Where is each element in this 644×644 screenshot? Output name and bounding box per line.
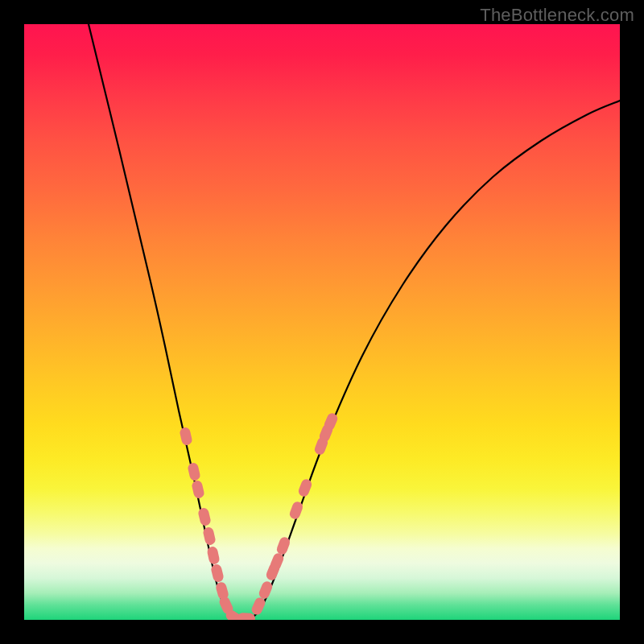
chart-svg: [24, 24, 620, 620]
data-marker: [297, 477, 313, 497]
watermark-text: TheBottleneck.com: [480, 5, 634, 26]
data-marker: [237, 613, 256, 620]
curve-path: [89, 24, 620, 620]
data-marker: [187, 462, 201, 481]
markers-right-group: [250, 411, 340, 616]
data-marker: [250, 596, 267, 616]
data-marker: [191, 480, 205, 499]
markers-left-group: [179, 427, 255, 620]
data-marker: [197, 507, 212, 526]
data-marker: [179, 427, 193, 446]
data-marker: [258, 580, 274, 600]
